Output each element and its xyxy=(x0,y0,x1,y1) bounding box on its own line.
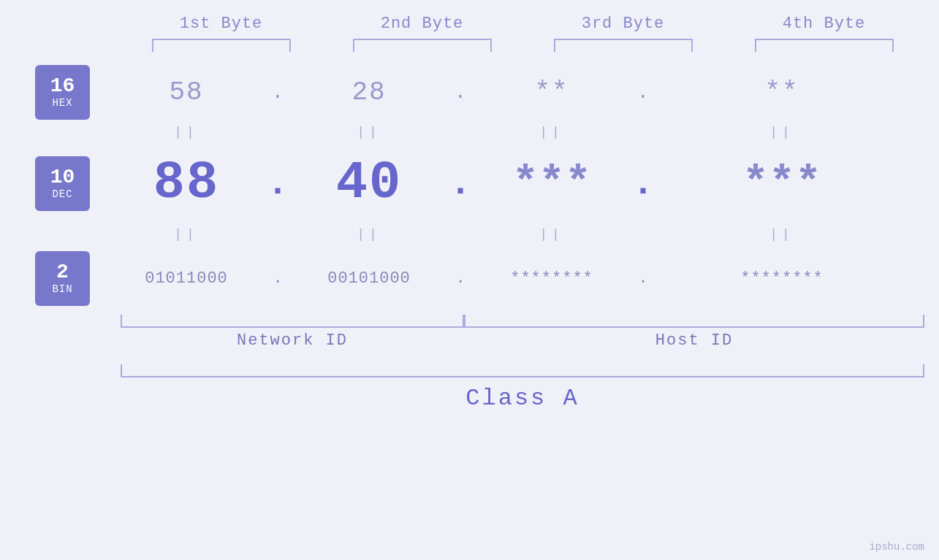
hex-badge: 16 HEX xyxy=(35,65,90,120)
dec-val-1: 88 xyxy=(153,153,219,213)
eq-2-4: || xyxy=(654,227,910,242)
eq-1-4: || xyxy=(654,125,910,139)
byte-header-4: 4th Byte xyxy=(744,15,905,33)
bin-val-1: 01011000 xyxy=(145,269,228,288)
hex-dot-3: . xyxy=(632,81,654,104)
eq-1-1: || xyxy=(106,125,267,139)
eq-1-2: || xyxy=(289,125,449,139)
bin-dot-1: . xyxy=(267,269,289,288)
top-bracket-1 xyxy=(152,39,291,52)
dec-dot-1: . xyxy=(267,163,289,204)
hex-badge-label: HEX xyxy=(52,97,72,109)
byte-header-1: 1st Byte xyxy=(141,15,302,33)
dec-dot-2: . xyxy=(449,163,471,204)
bin-row: 01011000 . 00101000 . ******** . *******… xyxy=(106,245,910,311)
bin-badge: 2 BIN xyxy=(35,251,90,306)
hex-dot-2: . xyxy=(449,81,471,104)
bin-badge-label: BIN xyxy=(52,283,72,295)
hex-dot-1: . xyxy=(267,81,289,104)
bin-val-4: ******** xyxy=(740,269,824,288)
bin-val-2: 00101000 xyxy=(327,269,411,288)
main-container: 1st Byte 2nd Byte 3rd Byte 4th Byte 16 H… xyxy=(0,0,939,560)
bottom-id-section: Network ID Host ID xyxy=(121,315,924,350)
hex-badge-num: 16 xyxy=(50,75,75,98)
hex-val-1: 58 xyxy=(169,77,203,107)
network-id-label: Network ID xyxy=(121,331,464,350)
bin-badge-num: 2 xyxy=(56,261,69,284)
dec-badge: 10 DEC xyxy=(35,156,90,211)
host-id-label: Host ID xyxy=(464,331,924,350)
hex-val-3: ** xyxy=(534,77,569,107)
class-bracket xyxy=(121,364,924,377)
eq-2-2: || xyxy=(289,227,449,242)
network-bracket xyxy=(121,315,464,328)
hex-val-4: ** xyxy=(764,77,799,107)
byte-header-2: 2nd Byte xyxy=(342,15,503,33)
dec-badge-num: 10 xyxy=(50,166,75,189)
host-bracket xyxy=(464,315,924,328)
bottom-labels-row: Network ID Host ID xyxy=(121,331,924,350)
equals-row-2: || || || || xyxy=(106,223,910,245)
dec-val-4: *** xyxy=(742,158,821,208)
dec-dot-3: . xyxy=(632,163,654,204)
bin-val-3: ******** xyxy=(510,269,593,288)
eq-2-1: || xyxy=(106,227,267,242)
dec-badge-label: DEC xyxy=(52,188,72,200)
dec-row: 88 . 40 . *** . *** xyxy=(106,143,910,223)
bin-dot-3: . xyxy=(632,269,654,288)
hex-row: 58 . 28 . ** . ** xyxy=(106,63,910,121)
class-label: Class A xyxy=(121,385,924,412)
dec-val-3: *** xyxy=(512,158,591,208)
eq-1-3: || xyxy=(471,125,632,139)
class-section: Class A xyxy=(121,364,924,412)
top-bracket-4 xyxy=(755,39,894,52)
dec-val-2: 40 xyxy=(336,153,402,213)
top-bracket-3 xyxy=(554,39,693,52)
bottom-brackets-row xyxy=(121,315,924,328)
watermark: ipshu.com xyxy=(869,541,924,553)
hex-val-2: 28 xyxy=(351,77,386,107)
base-badges-column: 16 HEX 10 DEC 2 BIN xyxy=(0,63,106,311)
byte-header-3: 3rd Byte xyxy=(543,15,704,33)
top-bracket-2 xyxy=(353,39,492,52)
bin-dot-2: . xyxy=(449,269,471,288)
equals-row-1: || || || || xyxy=(106,121,910,143)
eq-2-3: || xyxy=(471,227,632,242)
